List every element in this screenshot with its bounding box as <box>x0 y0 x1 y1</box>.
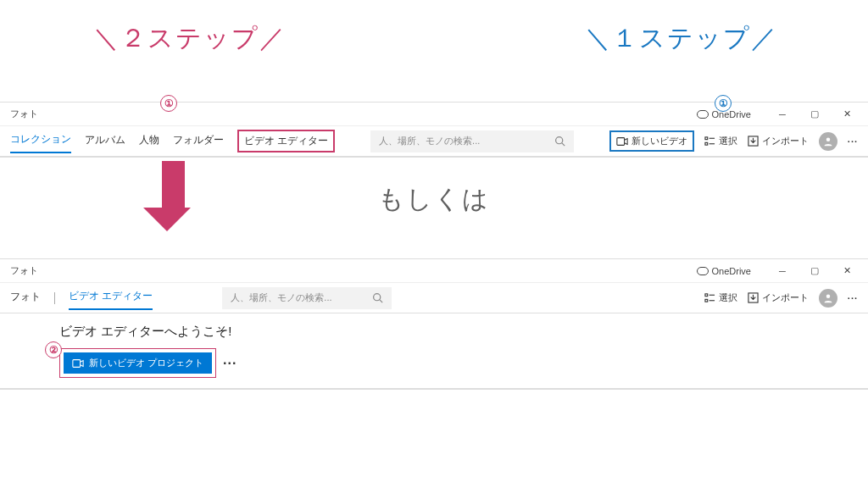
cloud-icon <box>697 110 709 119</box>
select-button[interactable]: 選択 <box>704 291 737 304</box>
close-button[interactable]: ✕ <box>831 104 863 125</box>
select-label: 選択 <box>719 291 737 304</box>
new-video-project-button[interactable]: 新しいビデオ プロジェクト <box>64 352 212 374</box>
avatar[interactable] <box>819 289 837 308</box>
new-project-label: 新しいビデオ プロジェクト <box>89 357 203 369</box>
new-project-row: 新しいビデオ プロジェクト ··· <box>59 348 858 378</box>
tab-collection[interactable]: コレクション <box>10 129 71 153</box>
tab-people[interactable]: 人物 <box>139 130 159 152</box>
close-button[interactable]: ✕ <box>831 261 863 281</box>
tab-video-editor[interactable]: ビデオ エディター <box>244 135 328 147</box>
maximize-button[interactable]: ▢ <box>798 104 831 125</box>
svg-point-0 <box>556 137 563 144</box>
onedrive-label: OneDrive <box>712 266 751 276</box>
select-icon <box>704 292 715 303</box>
separator <box>54 292 55 304</box>
svg-line-11 <box>380 300 382 302</box>
tab-photo[interactable]: フォト <box>10 286 41 309</box>
welcome-heading: ビデオ エディターへようこそ! <box>59 324 858 340</box>
callout-1step: ＼１ステップ／ <box>585 21 778 56</box>
search-icon <box>554 136 565 147</box>
onedrive-link[interactable]: OneDrive <box>697 266 751 276</box>
video-plus-icon <box>616 136 628 147</box>
toolbar: コレクション アルバム 人物 フォルダー ビデオ エディター 人、場所、モノの検… <box>0 126 868 157</box>
avatar[interactable] <box>819 132 837 151</box>
tab-folder[interactable]: フォルダー <box>173 130 224 152</box>
search-icon <box>372 292 383 303</box>
select-button[interactable]: 選択 <box>704 135 737 147</box>
minimize-button[interactable]: ─ <box>766 104 798 125</box>
more-button[interactable]: ··· <box>848 136 858 147</box>
title-bar-right: OneDrive ─ ▢ ✕ <box>697 261 863 281</box>
svg-rect-2 <box>617 137 625 145</box>
minimize-button[interactable]: ─ <box>766 261 798 281</box>
new-project-highlight: 新しいビデオ プロジェクト <box>59 348 216 378</box>
svg-rect-5 <box>705 142 708 145</box>
video-project-icon <box>72 358 84 369</box>
tab-album[interactable]: アルバム <box>85 130 125 152</box>
search-placeholder: 人、場所、モノの検索... <box>231 291 331 304</box>
maximize-button[interactable]: ▢ <box>798 261 831 281</box>
title-bar: フォト OneDrive ─ ▢ ✕ <box>0 103 868 126</box>
welcome-section: ビデオ エディターへようこそ! 新しいビデオ プロジェクト ··· <box>0 313 868 389</box>
import-icon <box>748 292 759 303</box>
search-input[interactable]: 人、場所、モノの検索... <box>222 287 392 309</box>
search-input[interactable]: 人、場所、モノの検索... <box>370 130 574 152</box>
select-icon <box>704 136 715 147</box>
tab-video-editor[interactable]: ビデオ エディター <box>69 286 153 310</box>
import-button[interactable]: インポート <box>748 135 809 147</box>
title-bar: フォト OneDrive ─ ▢ ✕ <box>0 259 868 283</box>
photos-window-2: フォト OneDrive ─ ▢ ✕ フォト ビデオ エディター 人、場所、モノ… <box>0 258 868 390</box>
window-controls: ─ ▢ ✕ <box>766 261 863 281</box>
person-icon <box>823 136 833 147</box>
arrow-down-icon <box>155 161 191 231</box>
search-placeholder: 人、場所、モノの検索... <box>379 135 480 147</box>
badge-1-pink: ① <box>160 95 177 112</box>
badge-1-blue: ① <box>715 95 732 112</box>
right-actions: 新しいビデオ 選択 インポート ··· <box>609 130 858 152</box>
import-icon <box>748 136 759 147</box>
toolbar: フォト ビデオ エディター 人、場所、モノの検索... 選択 インポート ··· <box>0 283 868 313</box>
more-button[interactable]: ··· <box>848 293 858 303</box>
window-title: フォト <box>10 264 38 277</box>
new-video-button[interactable]: 新しいビデオ <box>616 135 687 147</box>
svg-rect-14 <box>705 299 708 302</box>
svg-line-1 <box>562 143 565 146</box>
svg-point-10 <box>374 294 381 301</box>
center-or-text: もしくは <box>378 182 490 217</box>
select-label: 選択 <box>719 135 737 147</box>
photos-window-1: フォト OneDrive ─ ▢ ✕ コレクション アルバム 人物 フォルダー … <box>0 102 868 158</box>
badge-2-pink: ② <box>45 341 62 358</box>
right-actions: 選択 インポート ··· <box>704 289 858 308</box>
window-title: フォト <box>10 108 38 120</box>
callout-row: ＼２ステップ／ ＼１ステップ／ <box>0 0 868 68</box>
import-button[interactable]: インポート <box>748 291 809 304</box>
import-label: インポート <box>762 135 809 147</box>
callout-2step: ＼２ステップ／ <box>93 21 287 56</box>
more-projects-button[interactable]: ··· <box>223 356 236 371</box>
import-label: インポート <box>762 291 809 304</box>
svg-point-9 <box>826 137 831 141</box>
new-video-highlight: 新しいビデオ <box>609 130 694 152</box>
window-controls: ─ ▢ ✕ <box>766 104 863 125</box>
svg-point-18 <box>826 294 831 298</box>
svg-rect-3 <box>705 137 708 140</box>
svg-rect-12 <box>705 294 708 297</box>
svg-rect-19 <box>73 359 81 367</box>
person-icon <box>823 293 833 303</box>
new-video-label: 新しいビデオ <box>632 135 687 147</box>
tab-video-editor-highlight: ビデオ エディター <box>237 130 335 152</box>
cloud-icon <box>697 267 709 275</box>
